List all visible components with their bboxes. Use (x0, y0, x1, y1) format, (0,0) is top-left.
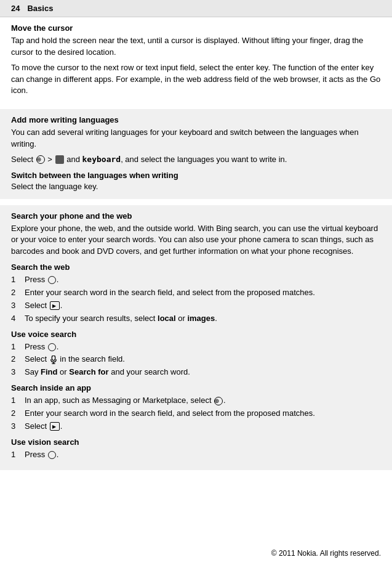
section-move-cursor-title: Move the cursor (11, 23, 381, 33)
vision-search-title: Use vision search (11, 437, 381, 447)
search-app-steps: 1 In an app, such as Messaging or Market… (11, 395, 381, 433)
search-intro: Explore your phone, the web, and the out… (11, 223, 381, 258)
page-header: 24 Basics (0, 0, 392, 17)
page-number: 24 (11, 4, 20, 13)
search-web-step2: 2 Enter your search word in the search f… (11, 287, 381, 299)
add-languages-para2: Select > and keyboard, and select the la… (11, 154, 381, 166)
search-web-step3: 3 Select . (11, 300, 381, 312)
forward-icon-1 (50, 301, 60, 310)
switch-languages-title: Switch between the languages when writin… (11, 171, 381, 180)
search-app-step2: 2 Enter your search word in the search f… (11, 408, 381, 420)
content-area: Move the cursor Tap and hold the screen … (0, 17, 392, 470)
section-add-languages-title: Add more writing languages (11, 115, 381, 124)
search-app-step1: 1 In an app, such as Messaging or Market… (11, 395, 381, 407)
footer-text: © 2011 Nokia. All rights reserved. (271, 549, 381, 558)
apps-icon-2 (214, 397, 223, 405)
voice-search-step1: 1 Press . (11, 341, 381, 353)
page-footer: © 2011 Nokia. All rights reserved. (271, 549, 381, 558)
add-languages-para1: You can add several writing languages fo… (11, 127, 381, 150)
voice-search-step2: 2 Select in the search field. (11, 354, 381, 365)
search-web-title: Search the web (11, 262, 381, 272)
section-move-cursor: Move the cursor Tap and hold the screen … (0, 17, 392, 103)
search-icon-1 (48, 276, 56, 284)
search-web-steps: 1 Press . 2 Enter your search word in th… (11, 274, 381, 324)
apps-icon (36, 155, 45, 164)
vision-search-steps: 1 Press . (11, 449, 381, 461)
voice-search-step3: 3 Say Find or Search for and your search… (11, 367, 381, 378)
page-title: Basics (27, 4, 53, 13)
section-search: Search your phone and the web Explore yo… (0, 205, 392, 471)
move-cursor-para2: To move the cursor to the next row or te… (11, 62, 381, 97)
gear-icon (55, 155, 64, 164)
voice-search-title: Use voice search (11, 330, 381, 339)
switch-languages-text: Select the language key. (11, 181, 381, 193)
vision-search-step1: 1 Press . (11, 449, 381, 461)
divider1 (0, 104, 392, 109)
section-search-title: Search your phone and the web (11, 211, 381, 221)
svg-rect-0 (52, 356, 55, 360)
section-add-languages: Add more writing languages You can add s… (0, 109, 392, 198)
divider2 (0, 200, 392, 205)
search-app-title: Search inside an app (11, 383, 381, 392)
search-web-step4: 4 To specify your search results, select… (11, 313, 381, 325)
search-app-step3: 3 Select . (11, 421, 381, 433)
search-icon-3 (48, 451, 56, 459)
search-web-step1: 1 Press . (11, 274, 381, 286)
search-icon-2 (48, 343, 56, 351)
voice-search-steps: 1 Press . 2 Select in the search field. … (11, 341, 381, 379)
mic-icon (50, 356, 57, 364)
forward-icon-2 (50, 422, 60, 431)
move-cursor-para1: Tap and hold the screen near the text, u… (11, 35, 381, 59)
